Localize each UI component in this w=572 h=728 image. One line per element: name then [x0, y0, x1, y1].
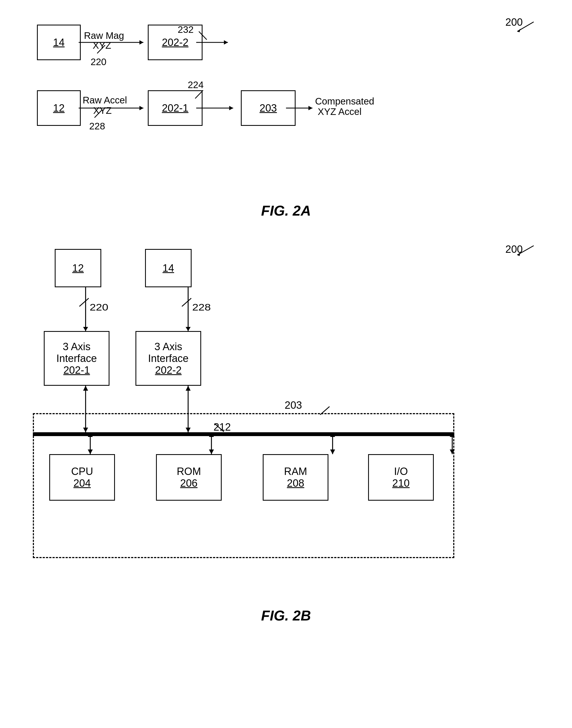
box-ram-label: RAM: [284, 466, 307, 477]
svg-text:XYZ: XYZ: [93, 105, 112, 116]
box-202-2-2a: 202-2: [148, 25, 203, 60]
box-io-num: 210: [392, 477, 410, 489]
svg-marker-10: [224, 40, 228, 45]
svg-text:XYZ Accel: XYZ Accel: [318, 106, 362, 117]
svg-text:220: 220: [91, 56, 106, 67]
bus-line: [33, 432, 454, 436]
box-12-2a: 12: [37, 90, 81, 126]
box-rom: ROM 206: [156, 454, 222, 501]
box-ram: RAM 208: [263, 454, 329, 501]
svg-marker-4: [139, 40, 143, 45]
ref-212: 212: [213, 421, 231, 433]
box-202-1-2a: 202-1: [148, 90, 203, 126]
svg-marker-38: [83, 386, 88, 391]
svg-marker-1: [517, 29, 520, 32]
svg-text:XYZ: XYZ: [93, 40, 112, 51]
box-rom-num: 206: [180, 477, 197, 489]
box-cpu: CPU 204: [49, 454, 115, 501]
box-202-2-line2: Interface: [148, 353, 189, 365]
svg-line-31: [79, 298, 89, 306]
arrow-200-2b: [495, 241, 550, 263]
svg-marker-20: [229, 106, 233, 110]
box-io: I/O 210: [368, 454, 434, 501]
svg-marker-34: [186, 327, 191, 331]
box-202-2-line1: 3 Axis: [154, 341, 182, 353]
svg-text:Raw Accel: Raw Accel: [83, 94, 127, 105]
box-cpu-label: CPU: [71, 466, 93, 477]
box-14-2a: 14: [37, 25, 81, 60]
box-202-1-line1: 3 Axis: [63, 341, 90, 353]
svg-marker-24: [308, 106, 312, 110]
svg-line-7: [97, 45, 105, 53]
page: 200 14 202-2 12 202-1 203: [0, 0, 572, 728]
box-202-2-2b: 3 Axis Interface 202-2: [136, 331, 201, 386]
svg-marker-30: [83, 327, 88, 331]
ref-203: 203: [285, 399, 302, 411]
box-12-2b: 12: [55, 249, 101, 287]
svg-text:Raw Mag: Raw Mag: [84, 30, 124, 41]
svg-text:228: 228: [89, 120, 105, 131]
arrow-200-2a: [495, 16, 550, 38]
box-202-1-line3: 202-1: [63, 365, 90, 376]
box-203-2a: 203: [241, 90, 296, 126]
box-14-2b: 14: [145, 249, 192, 287]
svg-marker-28: [517, 252, 520, 256]
svg-text:Compensated: Compensated: [315, 95, 374, 106]
svg-line-17: [94, 109, 102, 117]
box-202-1-2b: 3 Axis Interface 202-1: [44, 331, 110, 386]
fig2a-diagram: 200 14 202-2 12 202-1 203: [22, 16, 550, 186]
fig2b-caption: FIG. 2B: [22, 608, 550, 624]
box-io-label: I/O: [394, 466, 408, 477]
svg-line-35: [182, 298, 191, 306]
box-202-1-line2: Interface: [56, 353, 97, 365]
box-cpu-num: 204: [73, 477, 91, 489]
svg-text:220: 220: [89, 302, 108, 312]
box-rom-label: ROM: [177, 466, 201, 477]
box-202-2-line3: 202-2: [155, 365, 182, 376]
svg-text:228: 228: [192, 302, 211, 312]
box-ram-num: 208: [287, 477, 304, 489]
svg-text:224: 224: [188, 79, 204, 90]
fig2b-diagram: 200 12 14 3 Axis Interface 202-1 3 Axis …: [22, 241, 550, 596]
svg-marker-14: [139, 106, 143, 110]
svg-marker-41: [186, 386, 191, 391]
fig2a-caption: FIG. 2A: [22, 203, 550, 219]
